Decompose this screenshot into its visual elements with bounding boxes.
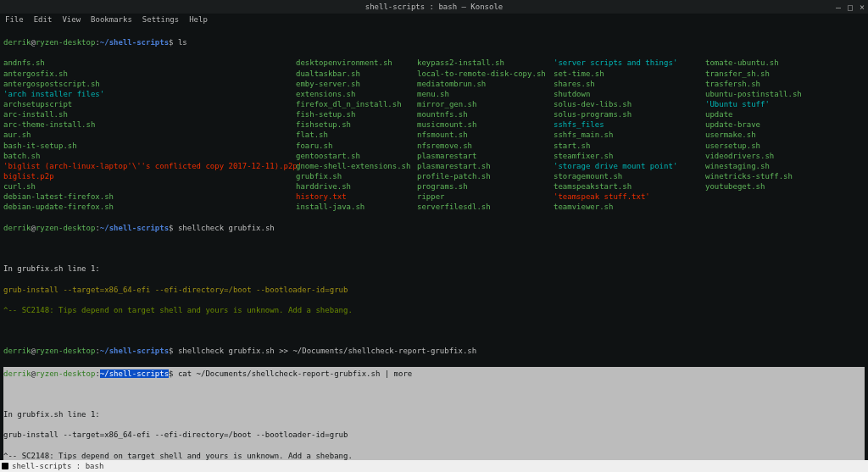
ls-entry: firefox_dl_n_install.sh — [296, 99, 417, 109]
ls-entry: keypass2-install.sh — [417, 58, 554, 68]
ls-entry: plasmarestart — [417, 151, 554, 161]
minimize-icon[interactable]: – — [836, 3, 841, 12]
ls-entry: menu.sh — [417, 89, 554, 99]
ls-entry: gnome-shell-extensions.sh — [296, 161, 417, 171]
ls-entry: ripper — [417, 192, 554, 202]
menu-help[interactable]: Help — [189, 15, 208, 24]
menu-bookmarks[interactable]: Bookmarks — [91, 15, 132, 24]
maximize-icon[interactable]: □ — [848, 3, 853, 12]
ls-entry: shutdown — [554, 89, 705, 99]
ls-entry: 'biglist (arch-linux-laptop'\''s conflic… — [3, 161, 296, 171]
ls-entry: curl.sh — [3, 181, 296, 192]
konsole-icon[interactable] — [2, 463, 8, 469]
ls-entry: update — [705, 109, 832, 119]
ls-entry: mediatombrun.sh — [417, 79, 554, 89]
ls-entry: teamviewer.sh — [554, 202, 705, 212]
ls-entry: tomate-ubuntu.sh — [705, 58, 832, 68]
ls-entry: 'arch installer files' — [3, 89, 296, 99]
ls-entry: emby-server.sh — [296, 79, 417, 89]
prompt-line: derrik@ryzen-desktop:~/shell-scripts$ ls — [3, 37, 865, 47]
ls-entry: solus-dev-libs.sh — [554, 99, 705, 109]
command-shellcheck: shellcheck grubfix.sh — [178, 224, 275, 232]
ls-entry: batch.sh — [3, 151, 296, 161]
ls-entry: arc-theme-install.sh — [3, 119, 296, 130]
ls-entry: sshfs_main.sh — [554, 130, 705, 140]
prompt-line: derrik@ryzen-desktop:~/shell-scripts$ sh… — [3, 223, 865, 233]
menubar: File Edit View Bookmarks Settings Help — [0, 14, 868, 25]
ls-entry: install-java.sh — [296, 202, 417, 212]
ls-entry: nfsremove.sh — [417, 141, 554, 151]
ls-entry: local-to-remote-disk-copy.sh — [417, 69, 554, 79]
ls-output: andnfs.shantergosfix.shantergospostscrip… — [3, 58, 865, 212]
menu-settings[interactable]: Settings — [142, 15, 179, 24]
ls-entry: solus-programs.sh — [554, 109, 705, 119]
ls-entry: set-time.sh — [554, 69, 705, 79]
window-controls: – □ × — [836, 0, 865, 14]
ls-entry: andnfs.sh — [3, 58, 296, 68]
ls-entry: 'storage drive mount point' — [554, 161, 705, 171]
ls-entry: winestaging.sh — [705, 161, 832, 171]
prompt-line: derrik@ryzen-desktop:~/shell-scripts$ sh… — [3, 346, 865, 356]
ls-entry: 'server scripts and things' — [554, 58, 705, 68]
menu-edit[interactable]: Edit — [34, 15, 53, 24]
ls-entry: archsetupscript — [3, 99, 296, 109]
taskbar-item[interactable]: shell-scripts : bash — [12, 462, 103, 470]
ls-entry: musicmount.sh — [417, 119, 554, 130]
menu-view[interactable]: View — [62, 15, 81, 24]
ls-entry: 'teamspeak stuff.txt' — [554, 192, 705, 202]
terminal[interactable]: derrik@ryzen-desktop:~/shell-scripts$ ls… — [0, 25, 868, 472]
ls-entry: serverfilesdl.sh — [417, 202, 554, 212]
close-icon[interactable]: × — [860, 3, 865, 12]
ls-entry: bash-it-setup.sh — [3, 141, 296, 151]
ls-entry: dualtaskbar.sh — [296, 69, 417, 79]
ls-entry: profile-patch.sh — [417, 171, 554, 181]
taskbar[interactable]: shell-scripts : bash — [0, 460, 868, 472]
command-ls: ls — [178, 38, 187, 47]
ls-entry: winetricks-stuff.sh — [705, 171, 832, 181]
titlebar: shell-scripts : bash — Konsole – □ × — [0, 0, 868, 14]
ls-entry: programs.sh — [417, 181, 554, 192]
menu-file[interactable]: File — [5, 15, 24, 24]
ls-entry: grubfix.sh — [296, 171, 417, 181]
window-title: shell-scripts : bash — Konsole — [365, 3, 504, 11]
ls-entry: aur.sh — [3, 130, 296, 140]
ls-entry: mirror_gen.sh — [417, 99, 554, 109]
ls-entry: storagemount.sh — [554, 171, 705, 181]
ls-entry: plasmarestart.sh — [417, 161, 554, 171]
ls-entry: fishsetup.sh — [296, 119, 417, 130]
ls-entry: history.txt — [296, 192, 417, 202]
ls-entry: extensions.sh — [296, 89, 417, 99]
ls-entry: arc-install.sh — [3, 109, 296, 119]
highlighted-region: derrik@ryzen-desktop:~/shell-scripts$ ca… — [3, 367, 865, 472]
ls-entry: videodrivers.sh — [705, 151, 832, 161]
ls-entry: youtubeget.sh — [705, 181, 832, 192]
ls-entry: biglist.p2p — [3, 171, 296, 181]
command-shellcheck-redirect: shellcheck grubfix.sh >> ~/Documents/she… — [178, 347, 476, 355]
ls-entry: debian-update-firefox.sh — [3, 202, 296, 212]
ls-entry: transfer_sh.sh — [705, 69, 832, 79]
ls-entry: ubuntu-postinstall.sh — [705, 89, 832, 99]
command-cat: cat ~/Documents/shellcheck-report-grubfi… — [178, 369, 412, 378]
ls-entry: fish-setup.sh — [296, 109, 417, 119]
ls-entry: debian-latest-firefox.sh — [3, 192, 296, 202]
shellcheck-line: grub-install --target=x86_64-efi --efi-d… — [3, 285, 865, 295]
ls-entry: sshfs_files — [554, 119, 705, 130]
ls-entry: nfsmount.sh — [417, 130, 554, 140]
ls-entry: foaru.sh — [296, 141, 417, 151]
ls-entry: flat.sh — [296, 130, 417, 140]
ls-entry: start.sh — [554, 141, 705, 151]
shellcheck-line: ^-- SC2148: Tips depend on target shell … — [3, 305, 865, 315]
ls-entry: update-brave — [705, 119, 832, 130]
ls-entry: steamfixer.sh — [554, 151, 705, 161]
ls-entry: shares.sh — [554, 79, 705, 89]
ls-entry: usermake.sh — [705, 130, 832, 140]
ls-entry: 'Ubuntu stuff' — [705, 99, 832, 109]
ls-entry: mountnfs.sh — [417, 109, 554, 119]
ls-entry: usersetup.sh — [705, 141, 832, 151]
ls-entry: trasfersh.sh — [705, 79, 832, 89]
shellcheck-line: In grubfix.sh line 1: — [3, 264, 865, 274]
ls-entry: harddrive.sh — [296, 181, 417, 192]
ls-entry: antergospostscript.sh — [3, 79, 296, 89]
ls-entry: desktopenvironment.sh — [296, 58, 417, 68]
ls-entry: antergosfix.sh — [3, 69, 296, 79]
